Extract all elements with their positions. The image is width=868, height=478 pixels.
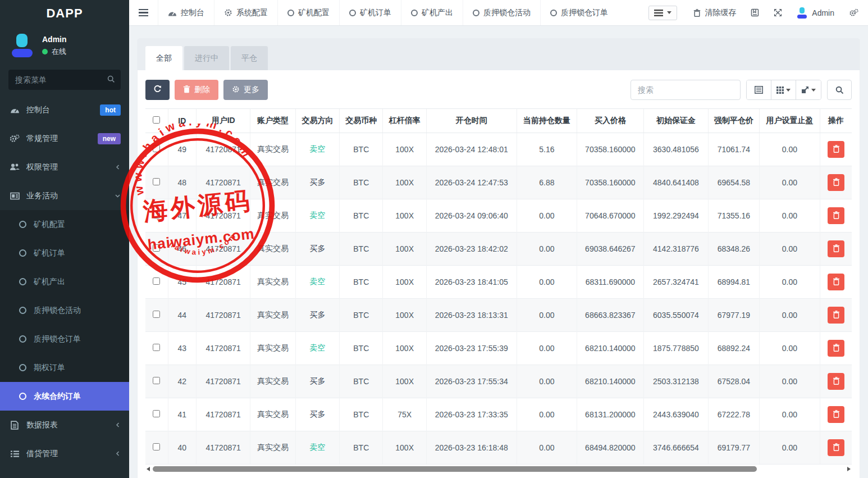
- row-delete-button[interactable]: [828, 274, 844, 290]
- cell-actions: [820, 266, 852, 299]
- horizontal-scrollbar[interactable]: [145, 465, 852, 474]
- row-delete-button[interactable]: [828, 174, 844, 191]
- more-button[interactable]: 更多: [223, 80, 268, 100]
- sidebar-item-staking-orders[interactable]: 质押锁仓订单: [0, 325, 129, 353]
- tab-all[interactable]: 全部: [145, 46, 182, 70]
- trash-icon: [183, 85, 190, 95]
- menu-dropdown-button[interactable]: [648, 6, 677, 20]
- submenu-label: 矿机产出: [34, 277, 65, 287]
- cell-direction: 卖空: [295, 431, 339, 465]
- refresh-button[interactable]: [145, 80, 170, 100]
- row-checkbox[interactable]: [153, 344, 160, 351]
- row-checkbox[interactable]: [153, 377, 160, 384]
- row-checkbox[interactable]: [153, 145, 160, 152]
- cell-leverage: 100X: [383, 166, 426, 199]
- sidebar-item-console[interactable]: 控制台 hot: [0, 95, 129, 124]
- cell-open-time: 2026-03-23 17:55:34: [426, 365, 517, 398]
- tab-closed[interactable]: 平仓: [231, 46, 268, 70]
- menu-search-input[interactable]: [8, 70, 121, 90]
- trash-icon: [833, 178, 840, 188]
- cell-liquidation: 71355.16: [709, 199, 759, 233]
- row-checkbox[interactable]: [153, 443, 160, 450]
- sidebar-item-miner-orders[interactable]: 矿机订单: [0, 239, 129, 267]
- cell-take-profit: 0.00: [759, 266, 820, 299]
- fullscreen-button[interactable]: [766, 0, 789, 25]
- tab-in-progress[interactable]: 进行中: [184, 46, 229, 70]
- sidebar-item-perpetual-orders[interactable]: 永续合约订单: [0, 382, 129, 411]
- delete-button[interactable]: 删除: [175, 80, 218, 100]
- newspaper-icon: [9, 192, 20, 200]
- users-icon: [9, 163, 20, 171]
- card-body: 删除 更多: [138, 70, 860, 478]
- cell-coin: BTC: [340, 266, 383, 299]
- select-all-header: [145, 109, 168, 133]
- row-checkbox[interactable]: [153, 277, 160, 285]
- row-delete-button[interactable]: [828, 406, 844, 423]
- cell-direction: 买多: [295, 166, 339, 199]
- row-checkbox[interactable]: [153, 311, 160, 318]
- clear-cache-button[interactable]: 清除缓存: [686, 0, 743, 25]
- topnav-label: 质押锁仓活动: [483, 8, 531, 18]
- cell-take-profit: 0.00: [759, 365, 820, 398]
- row-select-cell: [145, 166, 168, 199]
- scrollbar-thumb[interactable]: [153, 466, 757, 472]
- col-header-direction: 交易方向: [295, 109, 339, 133]
- sidebar-item-staking-activity[interactable]: 质押锁仓活动: [0, 296, 129, 325]
- row-delete-button[interactable]: [828, 307, 844, 324]
- sidebar-item-lending[interactable]: 借贷管理: [0, 439, 129, 468]
- user-menu[interactable]: Admin: [789, 0, 842, 25]
- row-checkbox[interactable]: [153, 410, 160, 417]
- row-delete-button[interactable]: [828, 340, 844, 357]
- hamburger-icon[interactable]: [129, 0, 158, 25]
- cell-leverage: 100X: [383, 365, 426, 398]
- row-delete-button[interactable]: [828, 439, 844, 456]
- chevron-left-icon: [115, 450, 121, 457]
- row-delete-button[interactable]: [828, 373, 844, 390]
- topnav-item-miner-config[interactable]: 矿机配置: [277, 0, 339, 25]
- sidebar-item-partial[interactable]: [0, 468, 129, 478]
- user-name: Admin: [42, 35, 67, 44]
- manual-button[interactable]: [743, 0, 766, 25]
- scroll-right-arrow-icon[interactable]: [847, 467, 851, 471]
- export-button[interactable]: [796, 80, 821, 99]
- chevron-left-icon: [115, 422, 121, 428]
- search-icon[interactable]: [107, 75, 115, 85]
- topnav-item-staking-orders[interactable]: 质押锁仓订单: [540, 0, 618, 25]
- topnav-item-staking-activity[interactable]: 质押锁仓活动: [463, 0, 540, 25]
- row-delete-button[interactable]: [828, 207, 844, 224]
- cell-user-id: 41720871: [196, 431, 250, 465]
- row-checkbox[interactable]: [153, 178, 160, 185]
- topnav-item-miner-orders[interactable]: 矿机订单: [339, 0, 401, 25]
- cell-liquidation: 69654.58: [709, 166, 759, 199]
- cell-actions: [820, 199, 852, 233]
- row-delete-button[interactable]: [828, 240, 844, 257]
- topnav-item-console[interactable]: 控制台: [158, 0, 214, 25]
- select-all-checkbox[interactable]: [153, 116, 160, 124]
- cell-direction: 卖空: [295, 199, 339, 233]
- cell-leverage: 100X: [383, 199, 426, 233]
- cell-buy-price: 70358.160000: [577, 166, 644, 199]
- cell-take-profit: 0.00: [759, 233, 820, 266]
- table-search-input[interactable]: [631, 80, 741, 100]
- cell-coin: BTC: [340, 431, 383, 465]
- sidebar-item-business[interactable]: 业务活动: [0, 181, 129, 210]
- columns-button[interactable]: [771, 80, 796, 99]
- sidebar-item-miner-config[interactable]: 矿机配置: [0, 210, 129, 239]
- sidebar-item-reports[interactable]: 数据报表: [0, 411, 129, 439]
- sidebar-item-general[interactable]: 常规管理 new: [0, 124, 129, 153]
- row-checkbox[interactable]: [153, 244, 160, 252]
- search-button[interactable]: [827, 80, 852, 100]
- settings-button[interactable]: [842, 0, 868, 25]
- scroll-left-arrow-icon[interactable]: [147, 467, 150, 471]
- sidebar-item-miner-output[interactable]: 矿机产出: [0, 267, 129, 296]
- sidebar-item-permissions[interactable]: 权限管理: [0, 153, 129, 181]
- cell-position: 0.00: [517, 233, 577, 266]
- row-checkbox[interactable]: [153, 211, 160, 218]
- detail-view-button[interactable]: [747, 80, 771, 99]
- topnav-item-system-config[interactable]: 系统配置: [214, 0, 277, 25]
- row-delete-button[interactable]: [828, 141, 844, 158]
- cell-open-time: 2026-03-23 17:55:39: [426, 332, 517, 365]
- cell-actions: [820, 431, 852, 465]
- topnav-item-miner-output[interactable]: 矿机产出: [401, 0, 463, 25]
- sidebar-item-option-orders[interactable]: 期权订单: [0, 353, 129, 382]
